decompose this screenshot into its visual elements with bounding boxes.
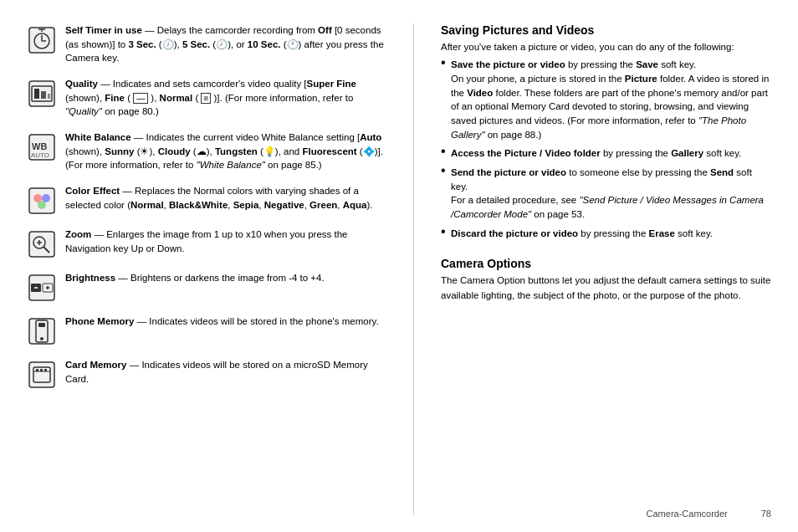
white-balance-icon: WB AUTO — [27, 132, 57, 162]
bullet-dot-2: • — [441, 145, 448, 158]
bullet-dot-3: • — [441, 164, 448, 177]
svg-rect-38 — [44, 369, 47, 371]
svg-text:WB: WB — [32, 141, 47, 151]
feature-card-memory: Card Memory — Indicates videos will be s… — [27, 358, 386, 390]
svg-text:AUTO: AUTO — [31, 151, 49, 159]
color-effect-text: Color Effect — Replaces the Normal color… — [65, 184, 386, 212]
bullet-send-text: Send the picture or video to someone els… — [451, 166, 771, 222]
brightness-icon — [27, 273, 57, 303]
bullet-send: • Send the picture or video to someone e… — [441, 166, 771, 222]
quality-text: Quality — Indicates and sets camcorder's… — [65, 77, 386, 119]
camera-options-body: The Camera Option buttons let you adjust… — [441, 274, 771, 303]
zoom-text: Zoom — Enlarges the image from 1 up to x… — [65, 228, 386, 255]
camera-options-section: Camera Options The Camera Option buttons… — [441, 257, 771, 306]
svg-rect-18 — [29, 232, 54, 257]
feature-self-timer: Self Timer in use — Delays the camcorder… — [27, 23, 386, 65]
camera-options-title: Camera Options — [441, 257, 771, 270]
quality-icon — [27, 79, 57, 109]
phone-memory-text: Phone Memory — Indicates videos will be … — [65, 315, 386, 329]
right-column: Saving Pictures and Videos After you've … — [441, 23, 771, 515]
card-memory-text: Card Memory — Indicates videos will be s… — [65, 358, 386, 386]
feature-brightness: Brightness — Brightens or darkens the im… — [27, 271, 386, 303]
page-footer: Camera-Camcorder 78 — [647, 509, 771, 519]
svg-rect-9 — [41, 91, 46, 99]
card-memory-icon — [27, 360, 57, 390]
column-divider — [413, 23, 414, 515]
feature-quality: Quality — Indicates and sets camcorder's… — [27, 77, 386, 119]
saving-title: Saving Pictures and Videos — [441, 23, 771, 37]
footer-page: 78 — [761, 509, 771, 519]
bullet-save-text: Save the picture or video by pressing th… — [451, 58, 771, 141]
bullet-access: • Access the Picture / Video folder by p… — [441, 146, 771, 161]
feature-white-balance: WB AUTO White Balance — Indicates the cu… — [27, 130, 386, 172]
svg-rect-37 — [40, 369, 43, 371]
self-timer-icon — [27, 25, 57, 55]
bullet-access-text: Access the Picture / Video folder by pre… — [451, 146, 741, 161]
brightness-text: Brightness — Brightens or darkens the im… — [65, 271, 386, 285]
color-effect-icon — [27, 186, 57, 216]
footer-label: Camera-Camcorder — [647, 509, 728, 519]
white-balance-text: White Balance — Indicates the current vi… — [65, 130, 386, 172]
feature-zoom: Zoom — Enlarges the image from 1 up to x… — [27, 228, 386, 259]
bullet-dot-4: • — [441, 225, 448, 238]
bullet-save: • Save the picture or video by pressing … — [441, 58, 771, 141]
feature-phone-memory: Phone Memory — Indicates videos will be … — [27, 315, 386, 346]
bullet-dot-1: • — [441, 56, 448, 69]
svg-rect-10 — [48, 94, 50, 99]
saving-section: Saving Pictures and Videos After you've … — [441, 23, 771, 240]
svg-point-17 — [38, 201, 46, 209]
left-column: Self Timer in use — Delays the camcorder… — [27, 23, 386, 515]
phone-memory-icon — [27, 316, 57, 346]
feature-color-effect: Color Effect — Replaces the Normal color… — [27, 184, 386, 216]
zoom-icon — [27, 229, 57, 259]
saving-bullets: • Save the picture or video by pressing … — [441, 58, 771, 240]
bullet-discard-text: Discard the picture or video by pressing… — [451, 227, 713, 241]
saving-intro: After you've taken a picture or video, y… — [441, 40, 771, 54]
bullet-discard: • Discard the picture or video by pressi… — [441, 227, 771, 241]
svg-rect-8 — [34, 89, 39, 99]
self-timer-text: Self Timer in use — Delays the camcorder… — [65, 23, 386, 65]
svg-rect-31 — [38, 323, 45, 327]
svg-point-32 — [40, 337, 43, 340]
svg-rect-36 — [36, 369, 38, 371]
page: Self Timer in use — Delays the camcorder… — [0, 0, 798, 532]
